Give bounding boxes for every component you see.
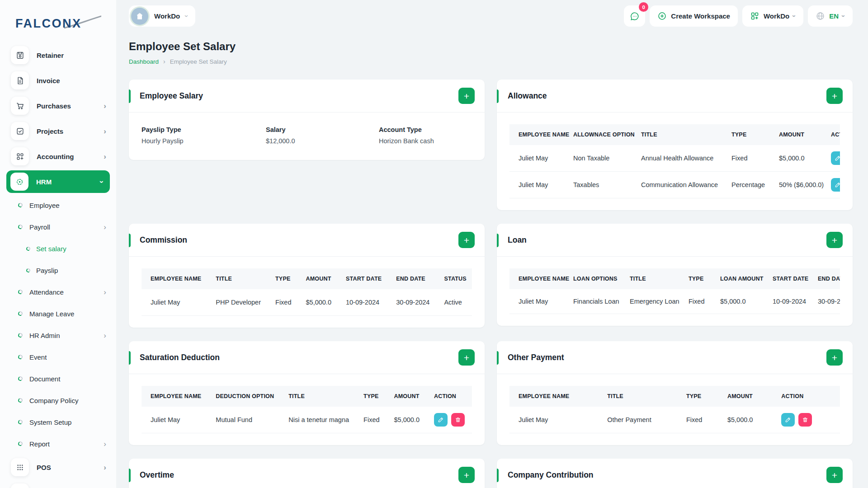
- sidebar-item-label: Report: [29, 440, 50, 448]
- sidebar-item-system-setup[interactable]: System Setup: [0, 411, 116, 433]
- sidebar-item-payslip[interactable]: Payslip: [0, 259, 116, 281]
- table-cell: Mutual Fund: [208, 407, 281, 433]
- table-row: Juliet MayTaxablesCommunication Allowanc…: [509, 172, 840, 198]
- breadcrumb-chevron-icon: ›: [163, 58, 165, 65]
- table-cell: Annual Health Allowance: [634, 145, 724, 172]
- column-header-action: ACTION: [774, 386, 840, 407]
- column-header-action: ACTION: [427, 386, 472, 407]
- bullet-icon: [26, 267, 31, 272]
- bullet-icon: [18, 354, 23, 360]
- sidebar-item-set-salary[interactable]: Set salary: [0, 238, 116, 259]
- sidebar-menu: RetainerInvoicePurchases›Projects›Accoun…: [0, 42, 116, 488]
- table-cell: $5,000.0: [720, 407, 774, 433]
- messages-count-badge: 0: [639, 2, 648, 12]
- sidebar-item-label: Accounting: [37, 153, 74, 160]
- delete-button[interactable]: [798, 413, 812, 427]
- column-header-title: TITLE: [623, 268, 681, 289]
- sidebar-item-pos[interactable]: POS›: [0, 455, 116, 480]
- topbar: WorkDo › 0 Create Wo: [129, 5, 853, 27]
- column-header-type: TYPE: [724, 124, 772, 145]
- sidebar-item-employee[interactable]: Employee: [0, 194, 116, 216]
- add-allowance-button[interactable]: +: [826, 88, 843, 104]
- column-header-type: TYPE: [679, 386, 720, 407]
- chevron-right-icon: ›: [104, 127, 106, 135]
- add-company-contribution-button[interactable]: +: [826, 467, 843, 483]
- workspace-label: WorkDo: [154, 12, 180, 20]
- sidebar-item-label: Projects: [37, 127, 63, 135]
- app-root: FALCONX RetainerInvoicePurchases›Project…: [0, 0, 868, 488]
- sidebar-item-label: Employee: [29, 202, 60, 209]
- sidebar-item-hr-admin[interactable]: HR Admin›: [0, 324, 116, 346]
- allowance-table: EMPLOYEE NAMEALLOWNACE OPTIONTITLETYPEAM…: [509, 124, 840, 198]
- sidebar-item-label: HR Admin: [29, 332, 60, 339]
- add-loan-button[interactable]: +: [826, 232, 843, 248]
- sidebar-item-attendance[interactable]: Attendance›: [0, 281, 116, 303]
- column-header-employee-name: EMPLOYEE NAME: [142, 268, 208, 289]
- column-header-start-date: START DATE: [339, 268, 389, 289]
- page-title: Employee Set Salary: [129, 40, 853, 53]
- sidebar-item-manage-leave[interactable]: Manage Leave: [0, 303, 116, 324]
- main-content: WorkDo › 0 Create Wo: [116, 0, 868, 488]
- logo-text: FALCONX: [15, 17, 82, 30]
- edit-button[interactable]: [831, 178, 840, 192]
- table-cell: 30-09-2024: [811, 289, 840, 314]
- chevron-right-icon: ›: [104, 288, 106, 296]
- sidebar-item-retainer[interactable]: Retainer: [0, 42, 116, 68]
- breadcrumb-current: Employee Set Salary: [170, 58, 227, 65]
- sidebar-item-crm[interactable]: CRM›: [0, 480, 116, 488]
- edit-button[interactable]: [781, 413, 795, 427]
- sidebar-item-label: Purchases: [37, 102, 71, 110]
- sidebar: FALCONX RetainerInvoicePurchases›Project…: [0, 0, 116, 488]
- allowance-card: Allowance + EMPLOYEE NAMEALLOWNACE OPTIO…: [497, 80, 853, 210]
- action-cell: [824, 172, 840, 198]
- sidebar-item-report[interactable]: Report›: [0, 433, 116, 455]
- add-other-payment-button[interactable]: +: [826, 349, 843, 366]
- chevron-right-icon: ›: [104, 332, 106, 339]
- table-cell: 10-09-2024: [339, 289, 389, 316]
- card-title: Employee Salary: [140, 91, 203, 101]
- edit-button[interactable]: [831, 151, 840, 165]
- sidebar-item-event[interactable]: Event: [0, 346, 116, 368]
- column-header-amount: AMOUNT: [720, 386, 774, 407]
- messages-button[interactable]: 0: [624, 5, 645, 27]
- chevron-right-icon: ›: [104, 102, 106, 110]
- create-workspace-button[interactable]: Create Workspace: [650, 5, 738, 27]
- language-selector[interactable]: EN ›: [808, 5, 853, 27]
- workdo-apps-button[interactable]: WorkDo ›: [742, 5, 803, 27]
- sidebar-item-payroll[interactable]: Payroll›: [0, 216, 116, 238]
- commission-table: EMPLOYEE NAMETITLETYPEAMOUNTSTART DATEEN…: [142, 268, 472, 316]
- sidebar-item-document[interactable]: Document: [0, 368, 116, 389]
- column-header-deduction-option: DEDUCTION OPTION: [208, 386, 281, 407]
- add-commission-button[interactable]: +: [458, 232, 475, 248]
- workspace-avatar: [131, 8, 148, 25]
- chevron-right-icon: ›: [104, 153, 106, 160]
- workspace-selector[interactable]: WorkDo ›: [129, 5, 195, 27]
- column-header-type: TYPE: [681, 268, 713, 289]
- create-workspace-label: Create Workspace: [671, 12, 730, 20]
- bullet-icon: [18, 311, 23, 316]
- add-employee-salary-button[interactable]: +: [458, 88, 475, 104]
- add-overtime-button[interactable]: +: [458, 467, 475, 483]
- breadcrumb-dashboard-link[interactable]: Dashboard: [129, 58, 159, 65]
- commission-card: Commission + EMPLOYEE NAMETITLETYPEAMOUN…: [129, 224, 485, 328]
- edit-button[interactable]: [434, 413, 448, 427]
- sidebar-item-projects[interactable]: Projects›: [0, 118, 116, 144]
- sidebar-item-purchases[interactable]: Purchases›: [0, 93, 116, 118]
- sidebar-item-hrm[interactable]: HRM›: [6, 170, 110, 193]
- purchases-icon: [11, 97, 29, 115]
- table-cell: Juliet May: [509, 145, 566, 172]
- sidebar-item-accounting[interactable]: Accounting›: [0, 144, 116, 169]
- sidebar-item-company-policy[interactable]: Company Policy: [0, 389, 116, 411]
- topbar-actions: 0 Create Workspace WorkDo: [624, 5, 853, 27]
- sidebar-item-label: HRM: [36, 178, 52, 186]
- add-saturation-deduction-button[interactable]: +: [458, 349, 475, 366]
- table-cell: Juliet May: [509, 407, 600, 433]
- column-header-title: TITLE: [600, 386, 679, 407]
- action-cell: [824, 145, 840, 172]
- delete-button[interactable]: [451, 413, 465, 427]
- sidebar-item-label: Payroll: [29, 223, 50, 231]
- bullet-icon: [18, 441, 23, 446]
- sidebar-item-invoice[interactable]: Invoice: [0, 68, 116, 93]
- projects-icon: [11, 122, 29, 140]
- globe-icon: [816, 11, 825, 21]
